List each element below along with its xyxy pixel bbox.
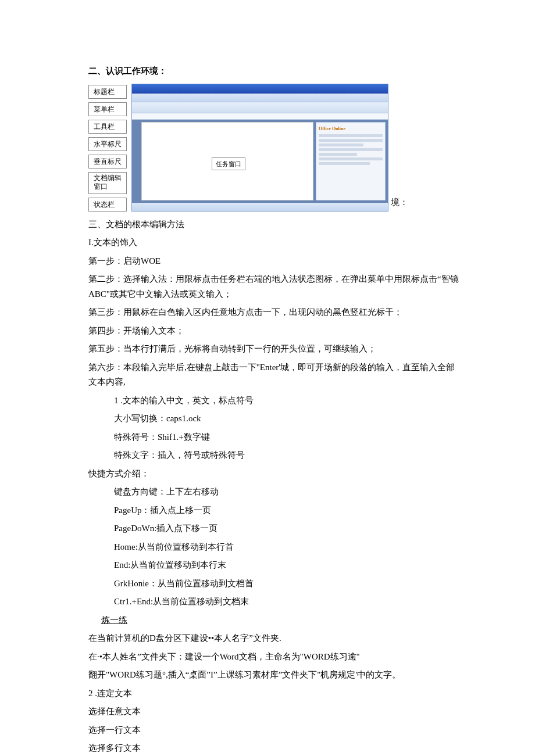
practice-heading: 炼一练 <box>88 613 459 628</box>
ss-tool-bar <box>132 102 388 113</box>
shortcut-heading: 快捷方式介绍： <box>88 467 459 482</box>
ss-body: 任务窗口 Office Online <box>132 120 388 203</box>
ss-left-gutter <box>132 120 141 203</box>
ss-task-pane: Office Online <box>316 122 386 200</box>
shortcut-arrow: 键盘方向键：上下左右移动 <box>88 485 459 500</box>
task-line <box>319 148 383 151</box>
task-line <box>319 153 357 156</box>
step-4: 第四步：开场输入文本； <box>88 324 459 339</box>
callout-column: 标题栏 菜单栏 工具栏 水平标尺 垂直标尺 文档编辑 窗口 状态栏 <box>88 84 127 212</box>
shortcut-end: End:从当前位置移动到本行末 <box>88 558 459 573</box>
shortcut-pagedown: PageDoWn:插入点下移一页 <box>88 521 459 536</box>
callout-status-bar: 状态栏 <box>88 198 127 212</box>
practice-2: 在·•本人姓名”文件夹下：建设一个Word文档，主命名为"WORD练习逾" <box>88 650 459 665</box>
shortcut-home: Home:从当前位置移动到本行首 <box>88 540 459 555</box>
trailing-text: 境： <box>388 195 408 212</box>
callout-edit-area: 文档编辑 窗口 <box>88 172 127 194</box>
section-heading-3: 三、文档的根本编辑方法 <box>88 217 459 232</box>
ss-editor-area: 任务窗口 <box>141 122 313 200</box>
task-line <box>319 157 383 160</box>
callout-menu-bar: 菜单栏 <box>88 102 127 116</box>
step-1: 第一步：启动WOE <box>88 254 459 269</box>
task-line <box>319 162 370 165</box>
ss-status-bar <box>132 203 388 211</box>
step-6: 第六步：本段输入完毕后,在键盘上敲击一下"Enter'城，即可开场新的段落的输入… <box>88 360 459 390</box>
step-3: 第三步：用鼠标在白色输入区内任意地方点击一下，出现闪动的黑色竖杠光标干； <box>88 305 459 320</box>
callout-tool-bar: 工具栏 <box>88 120 127 134</box>
select-any: 选择任意文本 <box>88 704 459 719</box>
callout-v-ruler: 垂直标尺 <box>88 155 127 169</box>
ss-title-bar <box>132 84 388 94</box>
step-2: 第二步：选择输入法：用限标点击任务栏右端的地入法状态图标，在弹出菜单中用限标点击… <box>88 272 459 302</box>
select-multi: 选择多行文本 <box>88 741 459 756</box>
caps-lock: 大小写切换：caps1.ock <box>88 411 459 427</box>
sub-point-1: 1 .文本的输入中文，英文，标点符号 <box>88 393 459 409</box>
environment-diagram: 标题栏 菜单栏 工具栏 水平标尺 垂直标尺 文档编辑 窗口 状态栏 任务窗口 O… <box>88 84 459 212</box>
subsection-1-title: I.文本的饰入 <box>88 235 459 250</box>
word-screenshot: 任务窗口 Office Online <box>131 84 388 212</box>
ss-menu-bar <box>132 94 388 102</box>
task-pane-label: Office Online <box>319 125 383 133</box>
callout-h-ruler: 水平标尺 <box>88 137 127 151</box>
shortcut-ctrl-home: GrkHonie：从当前位置移动到文档首 <box>88 576 459 592</box>
practice-1: 在当前计算机的D盘分区下建设••本人名字”文件夹. <box>88 631 459 646</box>
shortcut-ctrl-end: Ctr1.+End:从当前位置移动到文档末 <box>88 594 459 610</box>
task-line <box>319 134 383 137</box>
callout-title-bar: 标题栏 <box>88 85 127 99</box>
task-line <box>319 144 363 146</box>
step-5: 第五步：当本行打满后，光标将自动转到下一行的开头位置，可继续输入； <box>88 342 459 357</box>
shortcut-pageup: PageUp：插入点上移一页 <box>88 503 459 518</box>
select-line: 选择一行文本 <box>88 723 459 738</box>
section-2: 2 .连定文本 <box>88 686 459 701</box>
callout-task-pane: 任务窗口 <box>212 157 245 171</box>
task-line <box>319 139 383 142</box>
special-chars: 特殊文字：插入，符号或特殊符号 <box>88 448 459 463</box>
section-heading-environment: 二、认识工作环境： <box>88 64 459 79</box>
ss-ruler <box>132 113 388 120</box>
practice-3: 翻开"WORD练习题°,插入“桌面”I”上课练习素材库”文件夹下"机房规定'中的… <box>88 668 459 683</box>
shift-symbols: 特殊符号：Shif1.+数字键 <box>88 430 459 445</box>
